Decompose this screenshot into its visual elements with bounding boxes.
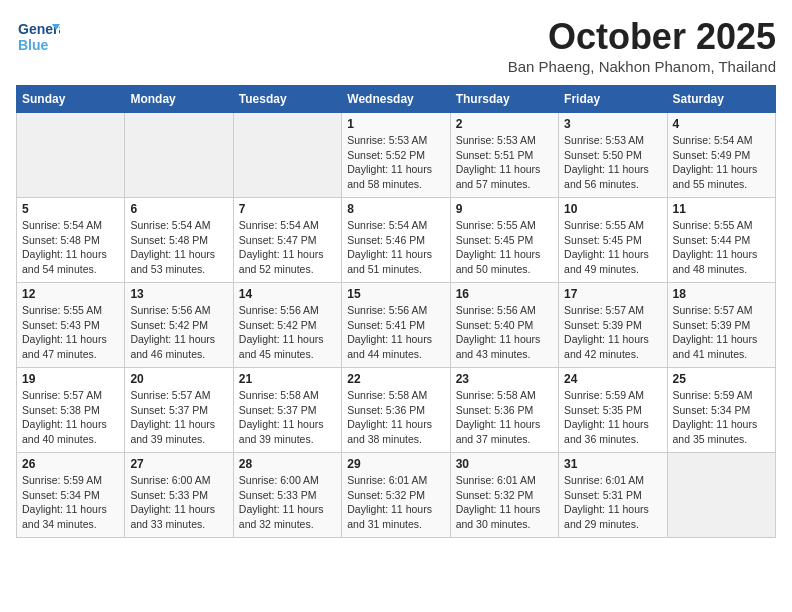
- day-number: 27: [130, 457, 227, 471]
- day-info: Sunrise: 5:56 AM Sunset: 5:41 PM Dayligh…: [347, 303, 444, 362]
- day-info: Sunrise: 5:56 AM Sunset: 5:40 PM Dayligh…: [456, 303, 553, 362]
- day-cell: 17Sunrise: 5:57 AM Sunset: 5:39 PM Dayli…: [559, 283, 667, 368]
- day-info: Sunrise: 5:58 AM Sunset: 5:37 PM Dayligh…: [239, 388, 336, 447]
- day-info: Sunrise: 5:59 AM Sunset: 5:34 PM Dayligh…: [22, 473, 119, 532]
- day-cell: 30Sunrise: 6:01 AM Sunset: 5:32 PM Dayli…: [450, 453, 558, 538]
- week-row-1: 1Sunrise: 5:53 AM Sunset: 5:52 PM Daylig…: [17, 113, 776, 198]
- day-cell: 29Sunrise: 6:01 AM Sunset: 5:32 PM Dayli…: [342, 453, 450, 538]
- svg-text:Blue: Blue: [18, 37, 49, 53]
- day-cell: 4Sunrise: 5:54 AM Sunset: 5:49 PM Daylig…: [667, 113, 775, 198]
- day-info: Sunrise: 5:55 AM Sunset: 5:45 PM Dayligh…: [564, 218, 661, 277]
- weekday-header-wednesday: Wednesday: [342, 86, 450, 113]
- day-number: 14: [239, 287, 336, 301]
- day-info: Sunrise: 5:58 AM Sunset: 5:36 PM Dayligh…: [456, 388, 553, 447]
- day-cell: 6Sunrise: 5:54 AM Sunset: 5:48 PM Daylig…: [125, 198, 233, 283]
- day-number: 29: [347, 457, 444, 471]
- day-info: Sunrise: 5:56 AM Sunset: 5:42 PM Dayligh…: [130, 303, 227, 362]
- day-cell: 8Sunrise: 5:54 AM Sunset: 5:46 PM Daylig…: [342, 198, 450, 283]
- day-number: 31: [564, 457, 661, 471]
- day-cell: 14Sunrise: 5:56 AM Sunset: 5:42 PM Dayli…: [233, 283, 341, 368]
- day-number: 19: [22, 372, 119, 386]
- day-info: Sunrise: 6:01 AM Sunset: 5:31 PM Dayligh…: [564, 473, 661, 532]
- day-number: 23: [456, 372, 553, 386]
- month-title: October 2025: [508, 16, 776, 58]
- day-cell: 21Sunrise: 5:58 AM Sunset: 5:37 PM Dayli…: [233, 368, 341, 453]
- day-info: Sunrise: 5:53 AM Sunset: 5:52 PM Dayligh…: [347, 133, 444, 192]
- day-number: 18: [673, 287, 770, 301]
- day-number: 25: [673, 372, 770, 386]
- week-row-2: 5Sunrise: 5:54 AM Sunset: 5:48 PM Daylig…: [17, 198, 776, 283]
- day-info: Sunrise: 5:56 AM Sunset: 5:42 PM Dayligh…: [239, 303, 336, 362]
- day-cell: 25Sunrise: 5:59 AM Sunset: 5:34 PM Dayli…: [667, 368, 775, 453]
- day-info: Sunrise: 5:54 AM Sunset: 5:48 PM Dayligh…: [130, 218, 227, 277]
- day-cell: 19Sunrise: 5:57 AM Sunset: 5:38 PM Dayli…: [17, 368, 125, 453]
- day-info: Sunrise: 5:53 AM Sunset: 5:50 PM Dayligh…: [564, 133, 661, 192]
- day-number: 1: [347, 117, 444, 131]
- day-number: 12: [22, 287, 119, 301]
- day-info: Sunrise: 6:01 AM Sunset: 5:32 PM Dayligh…: [347, 473, 444, 532]
- day-info: Sunrise: 5:57 AM Sunset: 5:39 PM Dayligh…: [673, 303, 770, 362]
- day-info: Sunrise: 5:54 AM Sunset: 5:47 PM Dayligh…: [239, 218, 336, 277]
- weekday-header-tuesday: Tuesday: [233, 86, 341, 113]
- day-number: 10: [564, 202, 661, 216]
- day-cell: 9Sunrise: 5:55 AM Sunset: 5:45 PM Daylig…: [450, 198, 558, 283]
- day-number: 15: [347, 287, 444, 301]
- day-number: 9: [456, 202, 553, 216]
- day-number: 24: [564, 372, 661, 386]
- day-number: 17: [564, 287, 661, 301]
- day-number: 2: [456, 117, 553, 131]
- day-info: Sunrise: 5:55 AM Sunset: 5:45 PM Dayligh…: [456, 218, 553, 277]
- day-info: Sunrise: 5:57 AM Sunset: 5:37 PM Dayligh…: [130, 388, 227, 447]
- day-number: 22: [347, 372, 444, 386]
- day-cell: 24Sunrise: 5:59 AM Sunset: 5:35 PM Dayli…: [559, 368, 667, 453]
- day-cell: 11Sunrise: 5:55 AM Sunset: 5:44 PM Dayli…: [667, 198, 775, 283]
- day-cell: 27Sunrise: 6:00 AM Sunset: 5:33 PM Dayli…: [125, 453, 233, 538]
- day-number: 21: [239, 372, 336, 386]
- day-cell: 15Sunrise: 5:56 AM Sunset: 5:41 PM Dayli…: [342, 283, 450, 368]
- calendar-table: SundayMondayTuesdayWednesdayThursdayFrid…: [16, 85, 776, 538]
- title-block: October 2025 Ban Phaeng, Nakhon Phanom, …: [508, 16, 776, 75]
- day-cell: 28Sunrise: 6:00 AM Sunset: 5:33 PM Dayli…: [233, 453, 341, 538]
- day-info: Sunrise: 5:59 AM Sunset: 5:34 PM Dayligh…: [673, 388, 770, 447]
- week-row-5: 26Sunrise: 5:59 AM Sunset: 5:34 PM Dayli…: [17, 453, 776, 538]
- day-number: 30: [456, 457, 553, 471]
- logo: General Blue: [16, 16, 60, 64]
- day-cell: 22Sunrise: 5:58 AM Sunset: 5:36 PM Dayli…: [342, 368, 450, 453]
- weekday-header-thursday: Thursday: [450, 86, 558, 113]
- day-number: 11: [673, 202, 770, 216]
- day-number: 6: [130, 202, 227, 216]
- day-cell: 5Sunrise: 5:54 AM Sunset: 5:48 PM Daylig…: [17, 198, 125, 283]
- page-header: General Blue October 2025 Ban Phaeng, Na…: [16, 16, 776, 75]
- day-cell: 18Sunrise: 5:57 AM Sunset: 5:39 PM Dayli…: [667, 283, 775, 368]
- day-cell: 12Sunrise: 5:55 AM Sunset: 5:43 PM Dayli…: [17, 283, 125, 368]
- day-cell: 31Sunrise: 6:01 AM Sunset: 5:31 PM Dayli…: [559, 453, 667, 538]
- day-info: Sunrise: 6:00 AM Sunset: 5:33 PM Dayligh…: [130, 473, 227, 532]
- day-info: Sunrise: 5:59 AM Sunset: 5:35 PM Dayligh…: [564, 388, 661, 447]
- day-cell: [17, 113, 125, 198]
- day-number: 28: [239, 457, 336, 471]
- day-cell: 10Sunrise: 5:55 AM Sunset: 5:45 PM Dayli…: [559, 198, 667, 283]
- weekday-header-saturday: Saturday: [667, 86, 775, 113]
- day-cell: 3Sunrise: 5:53 AM Sunset: 5:50 PM Daylig…: [559, 113, 667, 198]
- day-cell: [125, 113, 233, 198]
- day-info: Sunrise: 5:53 AM Sunset: 5:51 PM Dayligh…: [456, 133, 553, 192]
- day-info: Sunrise: 6:01 AM Sunset: 5:32 PM Dayligh…: [456, 473, 553, 532]
- day-info: Sunrise: 5:57 AM Sunset: 5:38 PM Dayligh…: [22, 388, 119, 447]
- logo-icon: General Blue: [16, 16, 60, 60]
- day-number: 13: [130, 287, 227, 301]
- day-info: Sunrise: 5:54 AM Sunset: 5:49 PM Dayligh…: [673, 133, 770, 192]
- day-number: 7: [239, 202, 336, 216]
- day-info: Sunrise: 6:00 AM Sunset: 5:33 PM Dayligh…: [239, 473, 336, 532]
- day-cell: 20Sunrise: 5:57 AM Sunset: 5:37 PM Dayli…: [125, 368, 233, 453]
- day-number: 20: [130, 372, 227, 386]
- day-number: 8: [347, 202, 444, 216]
- day-cell: 7Sunrise: 5:54 AM Sunset: 5:47 PM Daylig…: [233, 198, 341, 283]
- day-cell: 2Sunrise: 5:53 AM Sunset: 5:51 PM Daylig…: [450, 113, 558, 198]
- day-info: Sunrise: 5:54 AM Sunset: 5:46 PM Dayligh…: [347, 218, 444, 277]
- day-cell: 1Sunrise: 5:53 AM Sunset: 5:52 PM Daylig…: [342, 113, 450, 198]
- svg-text:General: General: [18, 21, 60, 37]
- day-cell: 23Sunrise: 5:58 AM Sunset: 5:36 PM Dayli…: [450, 368, 558, 453]
- day-info: Sunrise: 5:54 AM Sunset: 5:48 PM Dayligh…: [22, 218, 119, 277]
- day-info: Sunrise: 5:55 AM Sunset: 5:44 PM Dayligh…: [673, 218, 770, 277]
- location-subtitle: Ban Phaeng, Nakhon Phanom, Thailand: [508, 58, 776, 75]
